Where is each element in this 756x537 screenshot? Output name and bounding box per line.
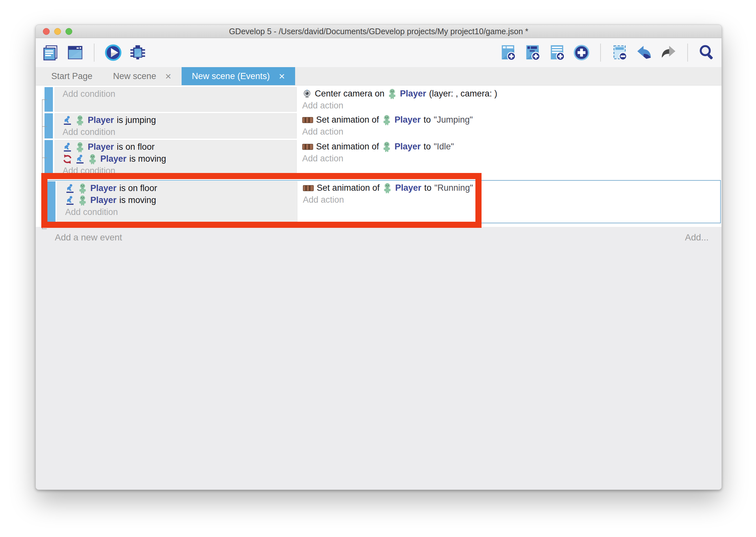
conditions-cell[interactable]: Player is on floor Player is moving Add …	[55, 140, 297, 177]
object-name: Player	[88, 142, 114, 152]
action-params: (layer: , camera: )	[429, 89, 497, 99]
condition-is-jumping[interactable]: Player is jumping	[55, 114, 296, 126]
actions-cell[interactable]: Set animation of Player to "Jumping" Add…	[298, 113, 722, 139]
action-set-animation[interactable]: Set animation of Player to "Idle"	[300, 141, 722, 153]
add-more-button[interactable]: Add...	[685, 232, 709, 243]
search-icon	[698, 44, 716, 62]
add-new-button[interactable]	[572, 43, 591, 62]
animation-icon	[303, 184, 314, 192]
undo-button[interactable]	[634, 43, 654, 62]
add-new-event-button[interactable]: Add a new event	[55, 232, 122, 243]
tab-label: New scene	[113, 71, 156, 81]
event-row-selected[interactable]: Player is on floor Player is moving Add …	[46, 180, 721, 223]
main-toolbar	[36, 38, 722, 67]
action-set-animation[interactable]: Set animation of Player to "Running"	[301, 182, 720, 194]
add-subevent-button[interactable]	[523, 43, 542, 62]
platformer-behavior-icon	[65, 195, 75, 205]
toolbar-separator	[94, 44, 94, 62]
condition-is-moving-inverted[interactable]: Player is moving	[55, 153, 296, 165]
remove-event-button[interactable]	[610, 43, 629, 62]
scene-editor-icon	[66, 44, 84, 62]
close-tab-icon[interactable]: ×	[165, 71, 171, 81]
conditions-cell[interactable]: Player is jumping Add condition	[55, 113, 297, 139]
object-name: Player	[395, 115, 421, 125]
add-action-button[interactable]: Add action	[301, 194, 720, 206]
event-row[interactable]: Player is jumping Add condition Set anim…	[45, 113, 722, 139]
add-action-button[interactable]: Add action	[300, 100, 722, 112]
remove-event-icon	[611, 44, 628, 62]
add-comment-button[interactable]	[547, 43, 567, 62]
add-condition-button[interactable]: Add condition	[55, 165, 296, 177]
tab-bar: Start Page New scene × New scene (Events…	[36, 67, 722, 86]
platformer-behavior-icon	[65, 184, 75, 193]
add-event-button[interactable]	[498, 43, 518, 62]
actions-cell[interactable]: Set animation of Player to "Idle" Add ac…	[298, 140, 722, 177]
platformer-behavior-icon	[62, 115, 72, 125]
conditions-cell[interactable]: Player is on floor Player is moving Add …	[57, 181, 297, 222]
event-row[interactable]: Player is on floor Player is moving Add …	[45, 140, 722, 177]
action-text: to	[424, 115, 431, 125]
event-drag-handle[interactable]	[47, 181, 56, 222]
add-event-icon	[499, 44, 517, 62]
add-condition-button[interactable]: Add condition	[57, 206, 297, 218]
animation-value: "Idle"	[434, 142, 454, 152]
condition-is-on-floor[interactable]: Player is on floor	[57, 182, 297, 194]
window-controls	[43, 28, 72, 35]
conditions-cell[interactable]: Add condition	[55, 87, 297, 112]
tab-new-scene[interactable]: New scene ×	[103, 67, 182, 85]
event-drag-handle[interactable]	[45, 140, 53, 177]
add-new-icon	[573, 44, 590, 62]
add-condition-button[interactable]: Add condition	[55, 126, 296, 138]
add-comment-icon	[548, 44, 566, 62]
title-bar[interactable]: GDevelop 5 - /Users/david/Documents/GDev…	[36, 25, 722, 38]
condition-is-on-floor[interactable]: Player is on floor	[55, 141, 296, 153]
close-window-button[interactable]	[43, 28, 50, 35]
actions-cell[interactable]: Center camera on Player (layer: , camera…	[298, 87, 722, 112]
events-editor: Add condition Center camera on Player (l…	[36, 86, 722, 490]
tab-start-page[interactable]: Start Page	[41, 67, 103, 85]
object-name: Player	[400, 89, 426, 99]
event-tree-line	[42, 100, 47, 100]
actions-cell[interactable]: Set animation of Player to "Running" Add…	[299, 181, 720, 222]
player-object-icon	[78, 195, 88, 206]
zoom-window-button[interactable]	[65, 28, 72, 35]
player-object-icon	[382, 141, 392, 152]
event-drag-handle[interactable]	[45, 113, 53, 139]
add-event-row: Add a new event Add...	[36, 231, 722, 244]
play-icon	[104, 44, 122, 62]
add-action-button[interactable]: Add action	[300, 126, 722, 138]
add-condition-button[interactable]: Add condition	[55, 88, 296, 100]
add-action-button[interactable]: Add action	[300, 153, 722, 165]
animation-icon	[302, 116, 313, 124]
camera-icon	[302, 89, 312, 99]
action-text: to	[424, 142, 431, 152]
platformer-behavior-icon	[75, 154, 85, 164]
event-tree-line	[42, 201, 47, 202]
object-name: Player	[90, 183, 116, 193]
search-button[interactable]	[697, 43, 716, 62]
animation-value: "Running"	[435, 183, 473, 193]
toolbar-separator	[687, 44, 688, 62]
play-button[interactable]	[103, 43, 123, 62]
action-set-animation[interactable]: Set animation of Player to "Jumping"	[300, 114, 722, 126]
player-object-icon	[75, 115, 85, 126]
animation-icon	[302, 143, 313, 151]
minimize-window-button[interactable]	[54, 28, 61, 35]
tab-new-scene-events[interactable]: New scene (Events) ×	[182, 67, 295, 85]
debug-button[interactable]	[128, 43, 147, 62]
toolbar-separator	[600, 44, 601, 62]
project-manager-button[interactable]	[41, 43, 60, 62]
add-subevent-icon	[523, 44, 542, 62]
object-name: Player	[395, 183, 421, 193]
event-row[interactable]: Add condition Center camera on Player (l…	[45, 87, 722, 112]
invert-condition-icon	[62, 154, 72, 164]
redo-button[interactable]	[659, 43, 678, 62]
event-tree-line	[42, 126, 47, 127]
tab-label: New scene (Events)	[192, 71, 270, 81]
condition-is-moving[interactable]: Player is moving	[57, 194, 297, 206]
debug-icon	[129, 44, 147, 62]
close-tab-icon[interactable]: ×	[279, 71, 285, 81]
action-center-camera[interactable]: Center camera on Player (layer: , camera…	[300, 88, 722, 100]
scene-editor-button[interactable]	[65, 43, 85, 62]
tab-label: Start Page	[51, 71, 93, 81]
